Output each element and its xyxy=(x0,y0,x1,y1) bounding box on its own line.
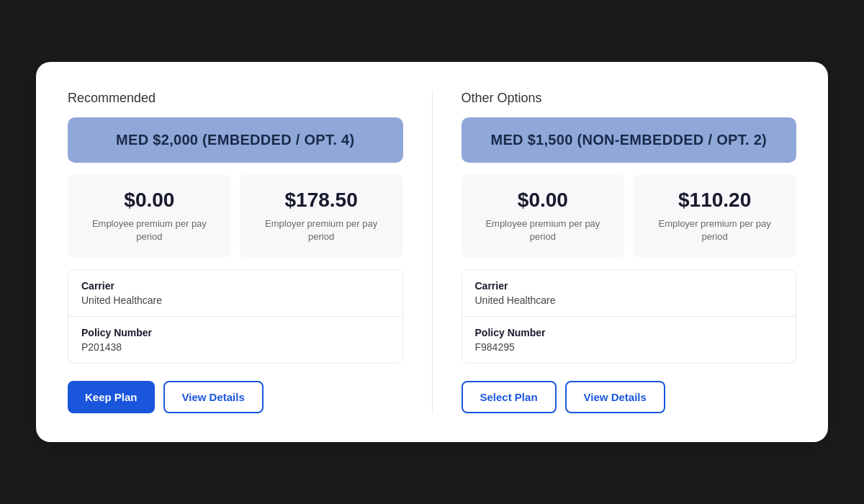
other-options-employee-label: Employee premium per pay period xyxy=(473,217,613,243)
recommended-info-section: Carrier United Healthcare Policy Number … xyxy=(68,269,403,364)
recommended-employee-label: Employee premium per pay period xyxy=(79,217,220,243)
other-options-section-title: Other Options xyxy=(462,91,797,106)
recommended-premium-row: $0.00 Employee premium per pay period $1… xyxy=(68,174,403,258)
columns-layout: Recommended MED $2,000 (EMBEDDED / OPT. … xyxy=(68,91,796,413)
recommended-employer-label: Employer premium per pay period xyxy=(251,217,392,243)
recommended-policy-value: P201438 xyxy=(81,341,390,353)
other-options-employer-premium-box: $110.20 Employer premium per pay period xyxy=(633,174,796,258)
other-options-employer-amount: $110.20 xyxy=(644,189,785,212)
page-container: Recommended MED $2,000 (EMBEDDED / OPT. … xyxy=(0,0,864,504)
other-options-employer-label: Employer premium per pay period xyxy=(644,217,785,243)
recommended-policy-label: Policy Number xyxy=(81,327,390,338)
recommended-employer-amount: $178.50 xyxy=(251,189,392,212)
other-options-plan-title: MED $1,500 (NON-EMBEDDED / OPT. 2) xyxy=(479,132,780,148)
other-options-policy-label: Policy Number xyxy=(475,327,783,338)
card-wrapper: Recommended MED $2,000 (EMBEDDED / OPT. … xyxy=(36,62,828,442)
other-options-policy-value: F984295 xyxy=(475,341,783,353)
other-options-carrier-value: United Healthcare xyxy=(475,294,783,306)
other-options-premium-row: $0.00 Employee premium per pay period $1… xyxy=(462,174,797,258)
other-options-carrier-label: Carrier xyxy=(475,280,783,292)
recommended-actions: Keep Plan View Details xyxy=(68,381,403,413)
recommended-section-title: Recommended xyxy=(68,91,403,106)
column-divider xyxy=(432,91,433,413)
other-options-carrier-row: Carrier United Healthcare xyxy=(462,270,796,316)
other-options-employee-premium-box: $0.00 Employee premium per pay period xyxy=(462,174,625,258)
recommended-carrier-row: Carrier United Healthcare xyxy=(68,270,402,316)
other-options-column: Other Options MED $1,500 (NON-EMBEDDED /… xyxy=(462,91,797,413)
recommended-carrier-label: Carrier xyxy=(81,280,390,292)
other-options-info-section: Carrier United Healthcare Policy Number … xyxy=(462,269,797,364)
select-plan-button[interactable]: Select Plan xyxy=(462,381,557,413)
recommended-plan-title: MED $2,000 (EMBEDDED / OPT. 4) xyxy=(85,132,386,148)
other-options-actions: Select Plan View Details xyxy=(462,381,797,413)
other-options-view-details-button[interactable]: View Details xyxy=(565,381,665,413)
other-options-policy-row: Policy Number F984295 xyxy=(462,316,796,363)
other-options-employee-amount: $0.00 xyxy=(473,189,613,212)
recommended-employee-amount: $0.00 xyxy=(79,189,220,212)
keep-plan-button[interactable]: Keep Plan xyxy=(68,381,155,413)
recommended-carrier-value: United Healthcare xyxy=(81,294,390,306)
recommended-employee-premium-box: $0.00 Employee premium per pay period xyxy=(68,174,231,258)
recommended-employer-premium-box: $178.50 Employer premium per pay period xyxy=(240,174,403,258)
recommended-column: Recommended MED $2,000 (EMBEDDED / OPT. … xyxy=(68,91,403,413)
recommended-policy-row: Policy Number P201438 xyxy=(68,316,402,363)
other-options-plan-header: MED $1,500 (NON-EMBEDDED / OPT. 2) xyxy=(462,117,797,163)
recommended-view-details-button[interactable]: View Details xyxy=(163,381,264,413)
recommended-plan-header: MED $2,000 (EMBEDDED / OPT. 4) xyxy=(68,117,403,163)
